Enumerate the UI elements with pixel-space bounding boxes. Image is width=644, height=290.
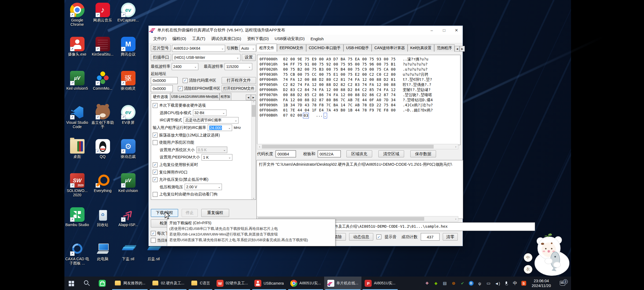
right-tab[interactable]: CDC/HID-串口助手 — [306, 44, 343, 52]
pin-count-select[interactable]: Auto⌄ — [240, 45, 256, 52]
taskbar-item[interactable]: USBcamera — [251, 277, 287, 290]
scroll-left-icon[interactable]: ‹ — [257, 145, 262, 148]
open-eeprom-file-button[interactable]: 打开EEPROM文件 — [222, 85, 256, 92]
tray-icon[interactable] — [504, 281, 509, 286]
option-checkbox[interactable] — [153, 162, 158, 167]
desktop-icon[interactable]: Bambu Studio — [64, 206, 90, 240]
desktop-icon[interactable]: Visual Studio Code — [64, 103, 90, 137]
option-checkbox[interactable] — [153, 192, 158, 197]
desktop-icon[interactable]: 下盖.stl — [115, 240, 141, 274]
left-tab[interactable]: USB-Link1D/U8W/U8W-Mini脱机 — [170, 93, 219, 100]
tab-scroll-left-icon[interactable]: ◀ — [246, 95, 251, 100]
tray-icon[interactable]: ✔ — [460, 281, 465, 286]
taskbar-item[interactable]: 网友推荐的... — [111, 277, 149, 290]
menu-item[interactable]: 编程(O) — [169, 35, 189, 42]
beep-checkbox[interactable] — [376, 234, 381, 239]
maximize-button[interactable]: □ — [438, 26, 450, 35]
option-select[interactable]: 24.000⌄ — [208, 125, 232, 131]
scroll-right-icon[interactable]: › — [453, 145, 458, 148]
menu-item[interactable]: 文件(F) — [150, 35, 169, 42]
tray-icon[interactable]: B — [469, 281, 474, 286]
taskbar-item[interactable]: 02.硬件及工... — [149, 277, 188, 290]
clear-eeprom-buffer-checkbox[interactable] — [178, 86, 183, 91]
desktop-icon[interactable]: Everything — [90, 172, 115, 206]
desktop-icon[interactable]: CAXA CAD 电子图板 ... — [64, 240, 90, 274]
taskbar-item[interactable]: C语言 — [188, 277, 213, 290]
right-tab[interactable]: 程序文件 — [257, 44, 277, 52]
code-start-address-input[interactable]: 0x0000 — [151, 77, 178, 84]
right-tab-scroll-right-icon[interactable]: ▶ — [460, 46, 465, 52]
option-select[interactable]: 2.00 V⌄ — [185, 184, 222, 190]
notification-center-button[interactable]: 2 — [557, 281, 568, 286]
desktop-icon[interactable]: 桌面 — [64, 137, 90, 172]
close-button[interactable]: ✕ — [450, 26, 463, 35]
desktop-icon[interactable]: 驱动总裁 — [115, 137, 141, 172]
option-checkbox[interactable] — [153, 177, 158, 182]
option-checkbox[interactable] — [153, 170, 158, 175]
minimize-button[interactable]: – — [426, 26, 438, 35]
desktop-icon[interactable]: QQ — [90, 137, 115, 172]
desktop-icon[interactable]: Google Chrome — [64, 1, 90, 35]
option-checkbox[interactable] — [153, 133, 158, 137]
tray-icon[interactable]: ψ — [477, 281, 482, 286]
taskbar-item[interactable]: AI8051U实... — [287, 277, 324, 290]
tray-icon[interactable]: ◆ — [433, 281, 439, 286]
right-tab[interactable]: 范例程序 — [434, 44, 455, 52]
desktop-icon[interactable]: 摄像头.exe — [64, 35, 90, 69]
right-tab[interactable]: EEPROM文件 — [277, 44, 306, 52]
desktop-icon[interactable]: 嘉立创下单助手 — [90, 103, 115, 137]
menu-item[interactable]: 资料下载(D) — [244, 35, 272, 42]
desktop-icon[interactable]: 此电脑 — [90, 240, 115, 274]
stop-button[interactable]: 停止 — [182, 209, 198, 217]
tray-icon[interactable]: ⊙ — [451, 281, 456, 286]
desktop-icon[interactable]: 腾讯会议 — [115, 35, 141, 69]
desktop-icon[interactable]: SOLIDWO... 2020 — [64, 172, 90, 206]
tab-scroll-right-icon[interactable]: ▶ — [251, 95, 256, 100]
desktop-icon[interactable]: Alapp-ISP... — [115, 206, 141, 240]
desktop-icon[interactable]: 回收站 — [90, 206, 115, 240]
scroll-right-icon[interactable]: › — [453, 217, 458, 220]
taskbar-item[interactable] — [64, 277, 80, 290]
right-tab[interactable]: Keil仿真设置 — [408, 44, 434, 52]
reset-count-button[interactable]: 清零 — [443, 233, 458, 241]
hex-editor[interactable]: 0FF0000h 02 00 9E 75 E9 00 A9 D7 BA 75 E… — [257, 55, 460, 145]
pet-ime-button[interactable]: 中 — [524, 253, 532, 262]
open-program-file-button[interactable]: 打开程序文件 — [222, 77, 256, 84]
settings-button[interactable]: 设置 — [242, 54, 256, 61]
eeprom-start-address-input[interactable]: 0x0000 — [151, 85, 173, 92]
clear-code-buffer-checkbox[interactable] — [183, 78, 188, 83]
repeat-program-button[interactable]: 重复编程 — [201, 209, 229, 217]
tray-icon[interactable]: 中 — [513, 281, 518, 286]
fill-area-button[interactable]: 区域填充 — [346, 150, 372, 157]
taskbar-clock[interactable]: 23:06:04 2024/11/20 — [530, 278, 553, 288]
baud-min-select[interactable]: 2400⌄ — [172, 63, 198, 70]
option-select[interactable]: 0.5 K⌄ — [196, 147, 227, 153]
tray-icon[interactable]: ▤ — [442, 281, 448, 286]
option-checkbox[interactable] — [153, 103, 158, 108]
left-tab[interactable]: 硬件选项 — [151, 93, 170, 100]
taskbar-item[interactable]: AI8051U实... — [361, 277, 398, 290]
menu-item[interactable]: 调试仿真接口(G) — [208, 35, 244, 42]
hex-horizontal-scrollbar[interactable]: ‹ › — [257, 144, 458, 149]
clear-area-button[interactable]: 清空区域 — [378, 150, 404, 157]
taskbar-item[interactable] — [80, 277, 96, 290]
tray-icon[interactable]: ◄) — [495, 281, 500, 286]
options-scrollbar[interactable] — [251, 101, 256, 200]
port-select[interactable]: (HID1) USB-Writer⌄ — [173, 54, 240, 61]
option-select[interactable]: 32-Bit⌄ — [193, 110, 226, 116]
tray-icon[interactable]: ❖ — [425, 281, 430, 286]
menu-item[interactable]: 工具(T) — [189, 35, 208, 42]
dynamic-info-button[interactable]: 动态信息 — [349, 233, 373, 241]
save-data-button[interactable]: 保存数据 — [410, 150, 436, 157]
tray-icon[interactable]: ▭ — [486, 281, 491, 286]
chip-type-button[interactable]: 芯片型号 — [151, 45, 171, 52]
menu-item[interactable]: USB驱动安装(D) — [272, 35, 308, 42]
chip-type-select[interactable]: AI8051U-34K64⌄ — [172, 45, 225, 52]
option-select[interactable]: 总是动态调节IRC频率⌄ — [184, 117, 239, 124]
reload-every-download-checkbox[interactable] — [151, 231, 156, 236]
desktop-icon[interactable]: 网易云音乐 — [90, 1, 115, 35]
desktop-icon[interactable]: 驱动精灵 — [115, 69, 141, 103]
menu-item[interactable]: English — [308, 35, 327, 42]
desktop-icon[interactable]: EVCapture... — [115, 1, 141, 35]
right-tab-scroll-left-icon[interactable]: ◀ — [455, 46, 460, 52]
